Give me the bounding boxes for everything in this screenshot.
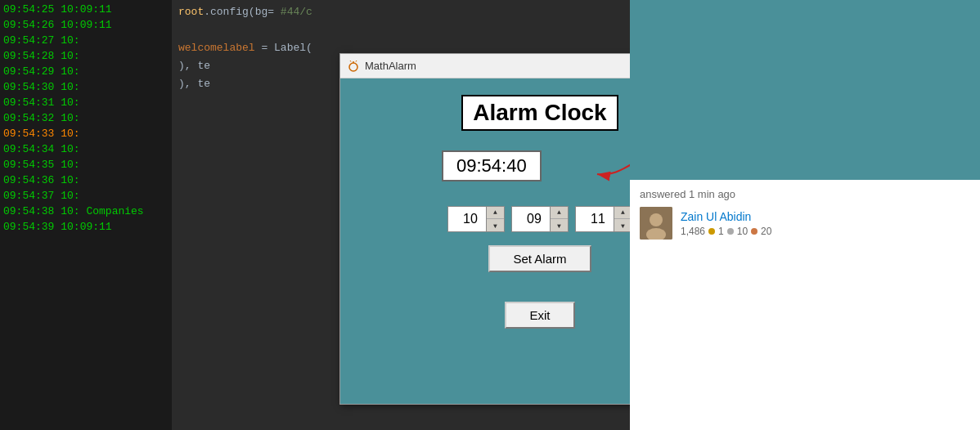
set-alarm-button[interactable]: Set Alarm bbox=[488, 245, 591, 272]
terminal-line-highlight: 09:54:33 10: bbox=[3, 126, 169, 141]
terminal-line: 09:54:28 10: bbox=[3, 48, 169, 64]
terminal-line: 09:54:25 10:09:11 bbox=[3, 2, 169, 17]
exit-button[interactable]: Exit bbox=[505, 302, 574, 329]
second-spinner[interactable]: 11 ▲ ▼ bbox=[575, 206, 630, 232]
bronze-badge-dot bbox=[751, 228, 757, 235]
teal-area bbox=[630, 0, 980, 180]
gold-badge-dot bbox=[708, 228, 715, 235]
minute-up-arrow[interactable]: ▲ bbox=[551, 206, 568, 219]
alarm-titlebar: MathAlarm — □ ✕ bbox=[340, 54, 630, 78]
second-arrow[interactable]: ▲ ▼ bbox=[614, 206, 630, 232]
terminal-line: 09:54:32 10: bbox=[3, 110, 169, 126]
user-info: Zain Ul Abidin 1,486 1 10 20 bbox=[681, 210, 771, 237]
arrow-indicator bbox=[532, 146, 630, 186]
spinners-row: 10 ▲ ▼ 09 ▲ ▼ 11 ▲ bbox=[447, 206, 630, 232]
terminal-line: 09:54:35 10: bbox=[3, 157, 169, 172]
titlebar-left: MathAlarm bbox=[347, 60, 416, 73]
terminal-line: 09:54:29 10: bbox=[3, 64, 169, 79]
terminal-panel: 09:54:25 10:09:11 09:54:26 10:09:11 09:5… bbox=[0, 0, 172, 430]
hour-arrow[interactable]: ▲ ▼ bbox=[486, 206, 504, 232]
second-value: 11 bbox=[576, 212, 614, 226]
alarm-window: MathAlarm — □ ✕ Alarm Clock 09:54:40 bbox=[339, 53, 630, 405]
gold-count: 1 bbox=[718, 226, 724, 237]
terminal-line: 09:54:39 10:09:11 bbox=[3, 219, 169, 235]
svg-line-2 bbox=[350, 60, 351, 62]
alarm-heading: Alarm Clock bbox=[461, 95, 618, 131]
app-icon bbox=[347, 60, 360, 73]
answered-text: answered 1 min ago bbox=[640, 188, 970, 200]
svg-line-3 bbox=[356, 60, 357, 62]
reputation: 1,486 bbox=[681, 226, 705, 237]
terminal-line: 09:54:38 10: Companies bbox=[3, 204, 169, 219]
second-up-arrow[interactable]: ▲ bbox=[614, 206, 630, 219]
minute-value: 09 bbox=[512, 212, 550, 226]
bronze-count: 20 bbox=[761, 226, 771, 237]
terminal-line: 09:54:26 10:09:11 bbox=[3, 17, 169, 33]
second-down-arrow[interactable]: ▼ bbox=[614, 219, 630, 232]
silver-badge-dot bbox=[727, 228, 734, 235]
window-title: MathAlarm bbox=[365, 60, 416, 72]
current-time-display: 09:54:40 bbox=[442, 150, 542, 181]
time-display-area: 09:54:40 bbox=[425, 144, 630, 193]
terminal-line: 09:54:36 10: bbox=[3, 172, 169, 188]
qa-section: answered 1 min ago Zain Ul Abidin 1,486 … bbox=[630, 180, 980, 430]
username[interactable]: Zain Ul Abidin bbox=[681, 210, 771, 223]
code-line: root.config(bg= #44/c bbox=[178, 3, 623, 21]
hour-value: 10 bbox=[448, 212, 486, 226]
minute-down-arrow[interactable]: ▼ bbox=[551, 219, 568, 232]
hour-up-arrow[interactable]: ▲ bbox=[487, 206, 504, 219]
code-panel: root.config(bg= #44/c welcomelabel = Lab… bbox=[172, 0, 630, 430]
silver-count: 10 bbox=[737, 226, 748, 237]
terminal-line: 09:54:37 10: bbox=[3, 188, 169, 204]
code-line bbox=[178, 21, 623, 39]
svg-point-0 bbox=[349, 63, 357, 71]
terminal-line: 09:54:31 10: bbox=[3, 95, 169, 110]
right-panel: answered 1 min ago Zain Ul Abidin 1,486 … bbox=[630, 0, 980, 430]
svg-point-6 bbox=[650, 213, 663, 226]
minute-spinner[interactable]: 09 ▲ ▼ bbox=[511, 206, 569, 232]
alarm-body: Alarm Clock 09:54:40 10 bbox=[340, 78, 630, 329]
terminal-line: 09:54:27 10: bbox=[3, 33, 169, 48]
hour-down-arrow[interactable]: ▼ bbox=[487, 219, 504, 232]
avatar bbox=[640, 207, 672, 240]
hour-spinner[interactable]: 10 ▲ ▼ bbox=[447, 206, 505, 232]
terminal-line: 09:54:34 10: bbox=[3, 141, 169, 157]
terminal-line: 09:54:30 10: bbox=[3, 79, 169, 95]
user-row: Zain Ul Abidin 1,486 1 10 20 bbox=[640, 207, 970, 240]
user-stats: 1,486 1 10 20 bbox=[681, 226, 771, 237]
minute-arrow[interactable]: ▲ ▼ bbox=[550, 206, 568, 232]
